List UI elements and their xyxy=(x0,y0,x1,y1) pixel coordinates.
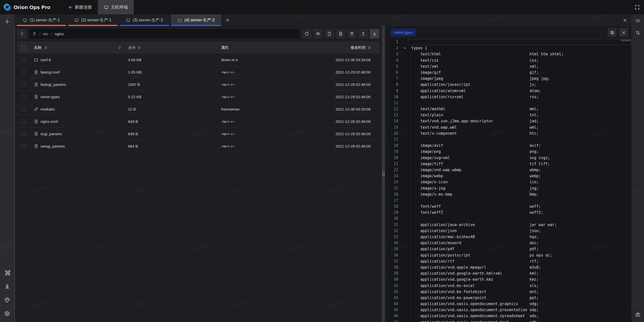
session-tab[interactable]: (1) server-生产-1 xyxy=(16,14,66,26)
file-row[interactable]: mime.types5.22 KB-rw-r--r--2021-12-29 02… xyxy=(17,91,379,103)
editor-line[interactable]: 19image/pngpng; xyxy=(387,149,631,155)
editor-line[interactable]: 44application/vnd.oasis.opendocument.gra… xyxy=(387,301,631,307)
row-checkbox[interactable] xyxy=(22,132,26,136)
editor-line[interactable]: 8application/javascriptjs; xyxy=(387,82,631,88)
row-checkbox[interactable] xyxy=(22,107,26,111)
editor-line[interactable]: 11 xyxy=(387,100,631,106)
breadcrumb[interactable]: /etc/nginx xyxy=(29,29,299,39)
preview-button[interactable] xyxy=(313,29,323,39)
editor-line[interactable]: 38application/vnd.apple.mpegurlm3u8; xyxy=(387,264,631,270)
editor-line[interactable]: 9application/atom+xmlatom; xyxy=(387,88,631,94)
close-editor-button[interactable] xyxy=(619,28,628,37)
file-row[interactable]: fastcgi.conf1.05 KB-rw-r--r--2021-12-29 … xyxy=(17,66,379,78)
file-row[interactable]: conf.d4.00 KBdrwxr-xr-x2021-12-30 03:29:… xyxy=(17,54,379,66)
close-all-tabs-button[interactable] xyxy=(618,14,631,26)
editor-line[interactable]: 23image/webpwebp; xyxy=(387,173,631,179)
editor-line[interactable]: 36application/postscriptps eps ai; xyxy=(387,252,631,258)
editor-line[interactable]: 30 xyxy=(387,216,631,222)
save-button[interactable] xyxy=(608,28,617,37)
row-checkbox[interactable] xyxy=(22,95,26,99)
editor-line[interactable]: 47application/vnd.oasis.opendocument.tex… xyxy=(387,319,631,322)
editor-line[interactable]: 7image/jpegjpeg jpg; xyxy=(387,76,631,82)
menu-new-connection[interactable]: 新建连接 xyxy=(62,0,98,14)
editor-line[interactable]: 43application/vnd.ms-powerpointppt; xyxy=(387,295,631,301)
editor-line[interactable]: 6image/gifgif; xyxy=(387,69,631,76)
editor-line[interactable]: 46application/vnd.oasis.opendocument.spr… xyxy=(387,313,631,319)
code-editor[interactable]: 12types {3text/htmlhtml htm shtml;4text/… xyxy=(387,39,631,322)
sort-carets-icon[interactable] xyxy=(138,46,140,49)
editor-line[interactable]: 15text/vnd.wap.wmlwml; xyxy=(387,124,631,130)
file-row[interactable]: fastcgi_params1007 B-rw-r--r--2021-12-29… xyxy=(17,78,379,91)
sort-carets-icon[interactable] xyxy=(45,46,47,49)
refresh-button[interactable] xyxy=(302,29,311,39)
editor-line[interactable]: 33application/mac-binhex40hqx; xyxy=(387,234,631,240)
editor-line[interactable]: 2types { xyxy=(387,45,631,51)
column-mtime-label[interactable]: 修改时间 xyxy=(351,45,366,50)
editor-line[interactable]: 17 xyxy=(387,136,631,142)
breadcrumb-item[interactable]: etc xyxy=(43,32,48,36)
upload-button[interactable] xyxy=(358,29,368,39)
editor-toggle-button[interactable] xyxy=(633,16,643,26)
session-tab[interactable]: (3) server-生产-2 xyxy=(119,14,170,26)
file-row[interactable]: uwsgi_params664 B-rw-r--r--2021-12-29 02… xyxy=(17,140,379,152)
editor-line[interactable]: 39application/vnd.google-earth.kml+xmlkm… xyxy=(387,270,631,276)
editor-line[interactable]: 3text/htmlhtml htm shtml; xyxy=(387,51,631,57)
column-size-label[interactable]: 大小 xyxy=(128,45,136,50)
editor-line[interactable]: 34application/msworddoc; xyxy=(387,240,631,246)
editor-line[interactable]: 42application/vnd.ms-fontobjecteot; xyxy=(387,289,631,295)
theme-button[interactable] xyxy=(2,295,12,305)
editor-line[interactable]: 32application/jsonjson; xyxy=(387,228,631,234)
editor-line[interactable]: 14text/vnd.sun.j2me.app-descriptorjad; xyxy=(387,118,631,124)
add-tab-button[interactable] xyxy=(222,14,233,26)
file-row[interactable]: scgi_params636 B-rw-r--r--2021-12-29 02:… xyxy=(17,128,379,140)
panel-resize-divider[interactable] xyxy=(382,26,387,322)
row-checkbox[interactable] xyxy=(22,119,26,123)
sort-carets-icon[interactable] xyxy=(368,46,371,49)
delete-button[interactable] xyxy=(347,29,357,39)
editor-line[interactable]: 4text/csscss; xyxy=(387,57,631,63)
settings-button[interactable] xyxy=(2,308,12,318)
editor-line[interactable]: 1 xyxy=(387,39,631,45)
back-button[interactable] xyxy=(17,29,27,39)
file-row[interactable]: modules22 Blrwxrwxrwx2021-12-30 03:29:08 xyxy=(17,103,379,115)
download-button[interactable] xyxy=(370,29,379,39)
editor-line[interactable]: 13text/plaintxt; xyxy=(387,112,631,118)
new-file-button[interactable] xyxy=(325,29,334,39)
filter-icon[interactable] xyxy=(118,46,122,50)
editor-line[interactable]: 24image/x-iconico; xyxy=(387,179,631,185)
editor-line[interactable]: 21image/tifftif tiff; xyxy=(387,161,631,167)
transfer-list-button[interactable] xyxy=(633,28,643,38)
menu-host-terminal[interactable]: 主机终端 xyxy=(98,0,134,14)
editor-line[interactable]: 12text/mathmlmml; xyxy=(387,106,631,112)
row-checkbox[interactable] xyxy=(22,82,26,86)
editor-scrollbar[interactable] xyxy=(621,40,631,41)
editor-line[interactable]: 5text/xmlxml; xyxy=(387,63,631,69)
editor-line[interactable]: 35application/pdfpdf; xyxy=(387,246,631,252)
editor-line[interactable]: 29font/woff2woff2; xyxy=(387,209,631,216)
session-tab[interactable]: (4) server-生产-2 xyxy=(171,14,221,26)
fold-chevron-icon[interactable] xyxy=(401,45,408,51)
divider-band[interactable] xyxy=(382,26,385,322)
editor-line[interactable]: 37application/rtfrtf; xyxy=(387,258,631,264)
select-all-checkbox[interactable] xyxy=(22,46,26,50)
new-folder-button[interactable] xyxy=(336,29,345,39)
editor-line[interactable]: 40application/vnd.google-earth.kmzkmz; xyxy=(387,276,631,282)
row-checkbox[interactable] xyxy=(22,144,26,148)
editor-line[interactable]: 27 xyxy=(387,197,631,203)
fullscreen-button[interactable] xyxy=(634,0,640,14)
row-checkbox[interactable] xyxy=(22,70,26,74)
breadcrumb-item[interactable]: nginx xyxy=(55,32,64,36)
editor-line[interactable]: 10application/rss+xmlrss; xyxy=(387,94,631,100)
editor-file-tab[interactable]: mime.types xyxy=(391,29,416,36)
editor-line[interactable]: 45application/vnd.oasis.opendocument.pre… xyxy=(387,307,631,313)
editor-line[interactable]: 25image/x-jngjng; xyxy=(387,185,631,191)
editor-line[interactable]: 28font/woffwoff; xyxy=(387,203,631,209)
editor-line[interactable]: 22image/vnd.wap.wbmpwbmp; xyxy=(387,167,631,173)
editor-line[interactable]: 18image/avifavif; xyxy=(387,142,631,149)
editor-line[interactable]: 20image/svg+xmlsvg svgz; xyxy=(387,155,631,161)
editor-line[interactable]: 41application/vnd.ms-excelxls; xyxy=(387,283,631,289)
screenshot-button[interactable] xyxy=(633,309,643,319)
user-button[interactable] xyxy=(2,281,12,291)
new-connection-button[interactable] xyxy=(2,16,12,26)
editor-line[interactable]: 16text/x-componenthtc; xyxy=(387,130,631,136)
